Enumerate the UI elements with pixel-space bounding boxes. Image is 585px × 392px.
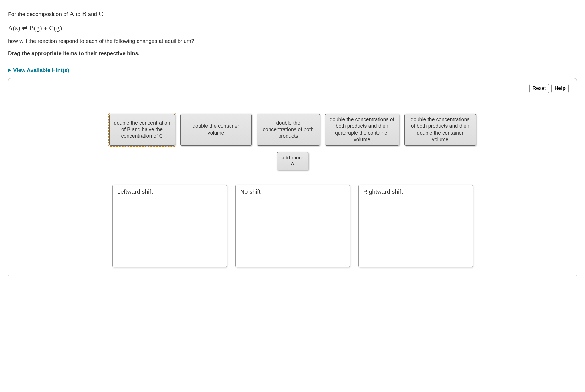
bins-row: Leftward shift No shift Rightward shift — [16, 185, 569, 267]
draggables-area: double the concentration of B and halve … — [16, 114, 569, 170]
view-hints-toggle[interactable]: View Available Hint(s) — [8, 67, 69, 73]
drag-row-2: add more A — [16, 152, 569, 171]
help-button[interactable]: Help — [551, 84, 569, 93]
drag-item-double-both-products[interactable]: double the concentrations of both produc… — [257, 114, 320, 146]
text: For the decomposition of — [8, 11, 69, 17]
drag-item-add-more-a[interactable]: add more A — [277, 152, 308, 171]
bin-label-right: Rightward shift — [363, 188, 468, 195]
drag-item-double-products-double-volume[interactable]: double the concentrations of both produc… — [404, 114, 476, 146]
symbol-B: B — [82, 10, 86, 17]
reset-button[interactable]: Reset — [529, 84, 549, 93]
bin-leftward-shift[interactable]: Leftward shift — [112, 185, 227, 267]
text: , — [103, 11, 104, 17]
activity-container: Reset Help double the concentration of B… — [8, 78, 577, 277]
equation: A(s) ⇌ B(g) + C(g) — [8, 23, 577, 33]
drag-item-double-b-halve-c[interactable]: double the concentration of B and halve … — [109, 114, 175, 146]
toolbar: Reset Help — [529, 84, 569, 93]
bin-label-none: No shift — [240, 188, 345, 195]
bin-rightward-shift[interactable]: Rightward shift — [358, 185, 473, 267]
symbol-C: C — [98, 10, 103, 17]
text: to — [74, 11, 82, 17]
bin-no-shift[interactable]: No shift — [235, 185, 350, 267]
question-prompt: For the decomposition of A to B and C, A… — [8, 9, 577, 64]
symbol-A: A — [69, 10, 74, 17]
drag-item-double-container-volume[interactable]: double the container volume — [180, 114, 252, 146]
prompt-line-1: For the decomposition of A to B and C, — [8, 9, 577, 19]
prompt-line-2: how will the reaction respond to each of… — [8, 37, 577, 45]
triangle-right-icon — [8, 68, 11, 72]
drag-instruction: Drag the appropriate items to their resp… — [8, 49, 577, 58]
bin-label-left: Leftward shift — [117, 188, 222, 195]
hints-label: View Available Hint(s) — [13, 67, 69, 73]
drag-item-double-products-quadruple-volume[interactable]: double the concentrations of both produc… — [325, 114, 399, 146]
text: and — [86, 11, 98, 17]
drag-row-1: double the concentration of B and halve … — [16, 114, 569, 146]
